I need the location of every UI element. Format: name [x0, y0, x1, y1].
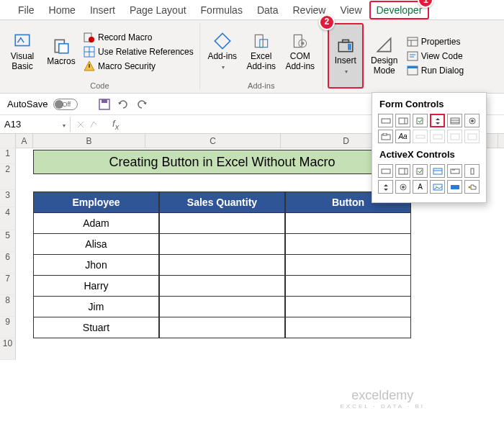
- ax-scrollbar-icon[interactable]: [464, 164, 480, 178]
- row-header[interactable]: 2: [0, 164, 16, 190]
- record-macro-button[interactable]: Record Macro: [82, 31, 195, 44]
- cell-sales[interactable]: [159, 276, 285, 297]
- cell-employee[interactable]: Jhon: [33, 255, 159, 276]
- cell-sales[interactable]: [159, 255, 285, 276]
- undo-icon[interactable]: [117, 98, 130, 111]
- form-textfield-icon[interactable]: [430, 130, 445, 143]
- ribbon: Visual Basic Macros Record Macro Use Rel…: [0, 20, 504, 94]
- form-label-icon[interactable]: Aa: [395, 130, 410, 143]
- ax-textbox-icon[interactable]: [447, 164, 462, 178]
- col-header-a[interactable]: A: [16, 134, 33, 148]
- tab-file[interactable]: File: [11, 1, 42, 19]
- row-header[interactable]: 6: [0, 252, 16, 274]
- form-combo-list-icon[interactable]: [447, 130, 462, 143]
- svg-rect-15: [342, 40, 348, 42]
- ax-option-icon[interactable]: [395, 180, 410, 194]
- use-relative-refs-button[interactable]: Use Relative References: [82, 45, 195, 58]
- cell-button[interactable]: [285, 317, 411, 338]
- cell-sales[interactable]: [159, 234, 285, 255]
- header-employee[interactable]: Employee: [33, 191, 159, 213]
- form-listbox-icon[interactable]: [447, 114, 462, 127]
- row-header[interactable]: 10: [0, 338, 16, 360]
- row-header[interactable]: 8: [0, 295, 16, 317]
- fx-icon[interactable]: fx: [105, 118, 126, 131]
- cell-button[interactable]: [285, 297, 411, 317]
- svg-rect-41: [416, 135, 425, 138]
- form-spinner-icon[interactable]: [430, 114, 445, 127]
- form-button-icon[interactable]: [378, 114, 393, 127]
- addins-button[interactable]: Add-ins: [204, 23, 240, 80]
- svg-rect-43: [451, 134, 459, 140]
- name-box-value: A13: [4, 119, 21, 130]
- group-code-label: Code: [90, 80, 109, 90]
- ax-combo-icon[interactable]: [395, 164, 410, 178]
- cell-button[interactable]: [285, 276, 411, 297]
- form-scrollbar-icon[interactable]: [413, 130, 428, 143]
- callout-2: 2: [319, 14, 335, 30]
- tab-view[interactable]: View: [333, 1, 369, 19]
- visual-basic-button[interactable]: Visual Basic: [4, 23, 40, 80]
- row-header[interactable]: 9: [0, 317, 16, 338]
- ax-checkbox-icon[interactable]: [413, 164, 428, 178]
- com-addins-button[interactable]: COM Add-ins: [282, 23, 318, 80]
- cell-employee[interactable]: Alisa: [33, 234, 159, 255]
- form-combo-dropdown-icon[interactable]: [464, 130, 480, 143]
- form-combo-icon[interactable]: [395, 114, 410, 127]
- select-all-cell[interactable]: [0, 134, 16, 148]
- ax-toggle-icon[interactable]: [447, 180, 462, 194]
- row-header[interactable]: 7: [0, 274, 16, 295]
- autosave-state: Off: [62, 101, 71, 108]
- tab-home[interactable]: Home: [42, 1, 83, 19]
- ax-label-icon[interactable]: A: [413, 180, 428, 194]
- tab-formulas[interactable]: Formulas: [194, 1, 250, 19]
- insert-controls-button[interactable]: 2 Insert: [328, 23, 364, 89]
- col-header-b[interactable]: B: [33, 134, 145, 148]
- form-groupbox-icon[interactable]: [378, 130, 393, 143]
- ax-command-icon[interactable]: [378, 164, 393, 178]
- tab-data[interactable]: Data: [250, 1, 286, 19]
- cancel-enter-icons[interactable]: [73, 119, 102, 130]
- excel-addins-button[interactable]: Excel Add-ins: [243, 23, 279, 80]
- tab-insert[interactable]: Insert: [83, 1, 122, 19]
- properties-icon: [407, 36, 418, 48]
- cell-sales[interactable]: [159, 213, 285, 234]
- cell-button[interactable]: [285, 255, 411, 276]
- record-macro-label: Record Macro: [98, 32, 152, 42]
- cell-sales[interactable]: [159, 297, 285, 317]
- ax-listbox-icon[interactable]: [430, 164, 445, 178]
- macros-button[interactable]: Macros: [43, 23, 79, 80]
- svg-point-4: [89, 37, 94, 42]
- ax-spin-icon[interactable]: [378, 180, 393, 194]
- cell-employee[interactable]: Stuart: [33, 317, 159, 338]
- cell-sales[interactable]: [159, 317, 285, 338]
- properties-button[interactable]: Properties: [405, 35, 465, 48]
- ax-more-icon[interactable]: [464, 180, 480, 194]
- run-dialog-button[interactable]: Run Dialog: [405, 64, 465, 77]
- row-header[interactable]: 3: [0, 190, 16, 207]
- save-icon[interactable]: [98, 98, 111, 111]
- cell-button[interactable]: [285, 234, 411, 255]
- excel-addins-icon: [252, 32, 271, 50]
- macro-security-label: Macro Security: [98, 61, 156, 71]
- cell-employee[interactable]: Adam: [33, 213, 159, 234]
- form-option-icon[interactable]: [464, 114, 480, 127]
- cell-employee[interactable]: Jim: [33, 297, 159, 317]
- header-sales-quantity[interactable]: Sales Quantity: [159, 191, 285, 213]
- cell-employee[interactable]: Harry: [33, 276, 159, 297]
- macro-security-button[interactable]: Macro Security: [82, 60, 195, 73]
- redo-icon[interactable]: [135, 98, 148, 111]
- form-checkbox-icon[interactable]: [413, 114, 428, 127]
- col-header-c[interactable]: C: [145, 134, 281, 148]
- view-code-button[interactable]: View Code: [405, 50, 465, 63]
- name-box[interactable]: A13: [0, 117, 71, 132]
- svg-rect-40: [383, 133, 387, 135]
- row-header[interactable]: 1: [0, 148, 16, 164]
- row-header[interactable]: 4: [0, 207, 16, 230]
- table-title[interactable]: Creating Button in Excel Without Macro: [33, 150, 411, 174]
- tab-developer[interactable]: Developer 1: [369, 1, 430, 19]
- ax-image-icon[interactable]: [430, 180, 445, 194]
- tab-page-layout[interactable]: Page Layout: [122, 1, 194, 19]
- design-mode-button[interactable]: Design Mode: [366, 23, 402, 89]
- cell-button[interactable]: [285, 213, 411, 234]
- row-header[interactable]: 5: [0, 230, 16, 252]
